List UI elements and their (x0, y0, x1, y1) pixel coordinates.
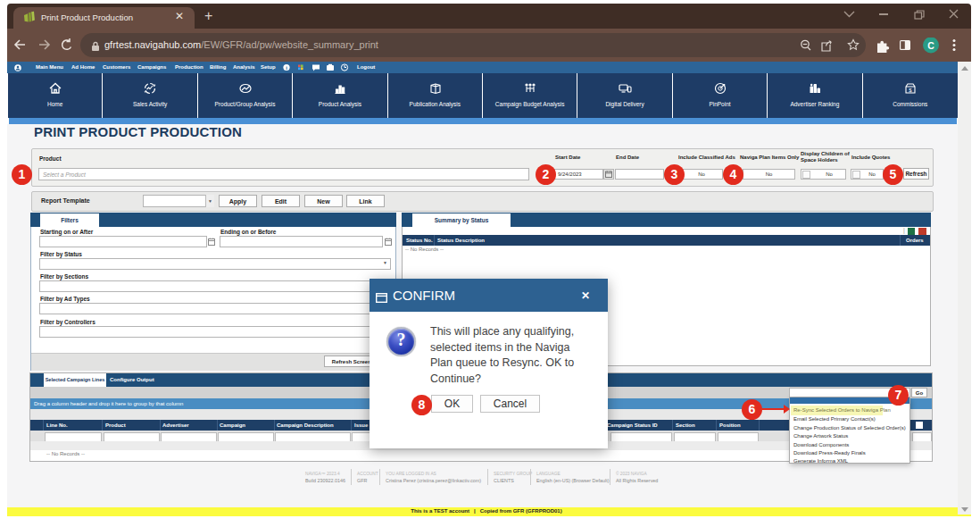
svg-text:$: $ (909, 88, 912, 93)
svg-text:C: C (927, 40, 934, 51)
